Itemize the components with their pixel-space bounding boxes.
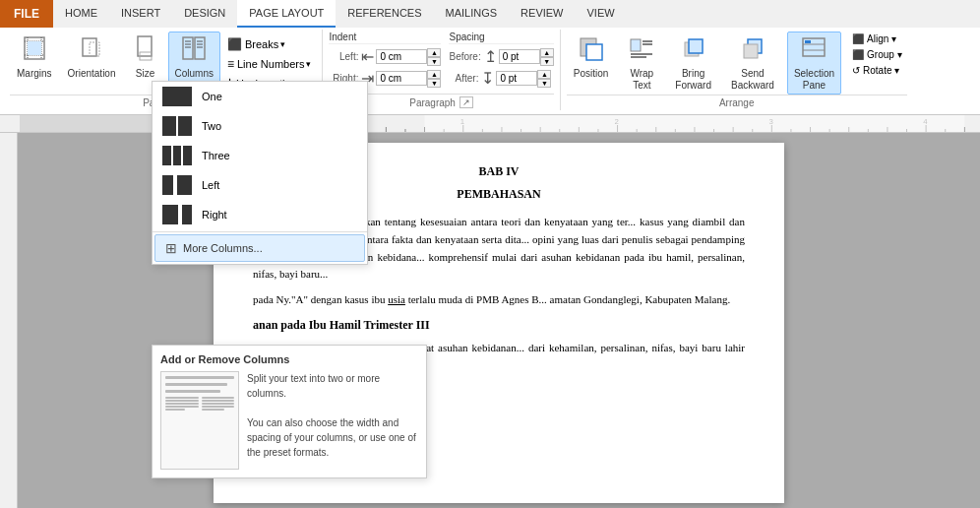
rotate-label: Rotate ▾ bbox=[863, 65, 899, 76]
size-icon bbox=[132, 34, 159, 66]
align-group-buttons: ⬛ Align ▾ ⬛ Group ▾ ↺ Rotate ▾ bbox=[847, 32, 907, 78]
size-button[interactable]: Size bbox=[125, 32, 166, 83]
columns-three-icon bbox=[162, 146, 192, 165]
line-numbers-icon: ≡ bbox=[227, 57, 234, 71]
paragraph-dialog-icon[interactable]: ↗ bbox=[459, 96, 473, 108]
tab-design[interactable]: DESIGN bbox=[172, 0, 237, 28]
arrange-group: Position Wrap Text bbox=[561, 30, 913, 110]
arrange-label: Arrange bbox=[567, 95, 907, 110]
wrap-text-button[interactable]: Wrap Text bbox=[621, 32, 662, 95]
columns-left-item[interactable]: Left bbox=[153, 170, 367, 200]
spacing-before-label: Before: bbox=[449, 51, 480, 62]
send-backward-label: Send Backward bbox=[731, 68, 774, 92]
line-numbers-arrow: ▾ bbox=[306, 59, 311, 69]
columns-three-label: Three bbox=[202, 150, 230, 161]
columns-tooltip: Add or Remove Columns bbox=[152, 345, 427, 478]
columns-two-icon bbox=[162, 116, 192, 136]
indent-left-input[interactable] bbox=[376, 49, 427, 64]
spacing-after-up[interactable]: ▲ bbox=[537, 70, 551, 79]
send-backward-button[interactable]: Send Backward bbox=[724, 32, 781, 95]
margins-label: Margins bbox=[17, 68, 52, 80]
tab-review[interactable]: REVIEW bbox=[509, 0, 575, 28]
columns-right-item[interactable]: Right bbox=[153, 200, 367, 229]
columns-button[interactable]: Columns bbox=[168, 32, 220, 83]
rotate-icon: ↺ bbox=[852, 65, 860, 76]
columns-one-item[interactable]: One bbox=[153, 82, 367, 111]
tooltip-image bbox=[160, 371, 239, 470]
indent-left-up[interactable]: ▲ bbox=[427, 48, 441, 57]
svg-rect-32 bbox=[805, 40, 811, 43]
selection-pane-button[interactable]: Selection Pane bbox=[787, 32, 841, 95]
margins-icon bbox=[21, 34, 48, 66]
tab-file[interactable]: FILE bbox=[0, 0, 53, 28]
tooltip-title: Add or Remove Columns bbox=[160, 353, 418, 365]
ribbon: Margins Orientation bbox=[0, 28, 980, 115]
indent-left-down[interactable]: ▼ bbox=[427, 57, 441, 66]
columns-right-icon bbox=[162, 205, 192, 224]
spacing-before-spinner[interactable]: ▲ ▼ bbox=[540, 48, 554, 66]
spacing-before-down[interactable]: ▼ bbox=[540, 57, 554, 66]
rotate-button[interactable]: ↺ Rotate ▾ bbox=[847, 63, 907, 78]
spacing-before-up[interactable]: ▲ bbox=[540, 48, 554, 57]
group-icon: ⬛ bbox=[852, 49, 864, 60]
columns-three-item[interactable]: Three bbox=[153, 141, 367, 170]
align-icon: ⬛ bbox=[852, 33, 864, 44]
group-label: Group ▾ bbox=[867, 49, 902, 60]
tab-mailings[interactable]: MAILINGS bbox=[434, 0, 510, 28]
columns-one-icon bbox=[162, 87, 192, 106]
columns-left-label: Left bbox=[202, 179, 219, 191]
columns-two-item[interactable]: Two bbox=[153, 111, 367, 141]
indent-right-input[interactable] bbox=[376, 71, 427, 86]
svg-rect-19 bbox=[586, 44, 602, 60]
svg-rect-7 bbox=[90, 42, 99, 56]
columns-icon bbox=[180, 34, 208, 66]
position-button[interactable]: Position bbox=[567, 32, 616, 83]
spacing-before-input[interactable] bbox=[499, 49, 540, 64]
tab-bar: FILE HOME INSERT DESIGN PAGE LAYOUT REFE… bbox=[0, 0, 980, 28]
group-button[interactable]: ⬛ Group ▾ bbox=[847, 47, 907, 62]
orientation-button[interactable]: Orientation bbox=[61, 32, 123, 83]
svg-rect-28 bbox=[744, 44, 758, 58]
wrap-text-label: Wrap Text bbox=[630, 68, 653, 92]
breaks-button[interactable]: ⬛ Breaks ▾ bbox=[222, 35, 317, 53]
spacing-after-spinner[interactable]: ▲ ▼ bbox=[537, 70, 551, 88]
columns-two-label: Two bbox=[202, 120, 221, 132]
breaks-arrow: ▾ bbox=[280, 39, 285, 49]
spacing-after-input[interactable] bbox=[496, 71, 537, 86]
tab-home[interactable]: HOME bbox=[53, 0, 109, 28]
indent-label: Indent bbox=[329, 32, 441, 44]
doc-section-title: anan pada Ibu Hamil Trimester III bbox=[253, 316, 745, 335]
svg-rect-20 bbox=[631, 39, 641, 51]
indent-right-spinner[interactable]: ▲ ▼ bbox=[427, 70, 441, 88]
indent-left-spinner[interactable]: ▲ ▼ bbox=[427, 48, 441, 66]
tab-references[interactable]: REFERENCES bbox=[336, 0, 433, 28]
line-numbers-button[interactable]: ≡ Line Numbers ▾ bbox=[222, 55, 317, 73]
tooltip-text: Split your text into two or more columns… bbox=[247, 371, 418, 470]
svg-rect-10 bbox=[183, 37, 193, 59]
svg-rect-5 bbox=[28, 41, 41, 55]
indent-right-down[interactable]: ▼ bbox=[427, 79, 441, 88]
indent-left-label: Left: bbox=[329, 51, 358, 62]
margins-button[interactable]: Margins bbox=[10, 32, 59, 83]
position-icon bbox=[579, 34, 604, 66]
more-columns-label: More Columns... bbox=[183, 242, 263, 254]
indent-right-up[interactable]: ▲ bbox=[427, 70, 441, 79]
bring-forward-button[interactable]: Bring Forward bbox=[668, 32, 718, 95]
columns-label: Columns bbox=[175, 68, 214, 80]
align-button[interactable]: ⬛ Align ▾ bbox=[847, 32, 907, 46]
tab-view[interactable]: VIEW bbox=[576, 0, 627, 28]
bring-forward-icon bbox=[681, 34, 706, 66]
selection-pane-icon bbox=[801, 34, 827, 66]
line-numbers-label: Line Numbers bbox=[237, 58, 304, 70]
align-label: Align ▾ bbox=[867, 33, 896, 44]
orientation-label: Orientation bbox=[68, 68, 116, 80]
tab-insert[interactable]: INSERT bbox=[109, 0, 172, 28]
ruler: 1 2 3 4 bbox=[0, 115, 980, 133]
doc-paragraph-2: pada Ny."A" dengan kasus ibu usia terlal… bbox=[253, 291, 745, 309]
spacing-after-down[interactable]: ▼ bbox=[537, 79, 551, 88]
more-columns-item[interactable]: ⊞ More Columns... bbox=[154, 234, 365, 262]
document-area: BAB IV PEMBAHASAN Pada bab ini akan dije… bbox=[0, 133, 980, 508]
svg-rect-26 bbox=[689, 39, 703, 53]
more-columns-icon: ⊞ bbox=[165, 240, 177, 256]
tab-page-layout[interactable]: PAGE LAYOUT bbox=[237, 0, 336, 28]
